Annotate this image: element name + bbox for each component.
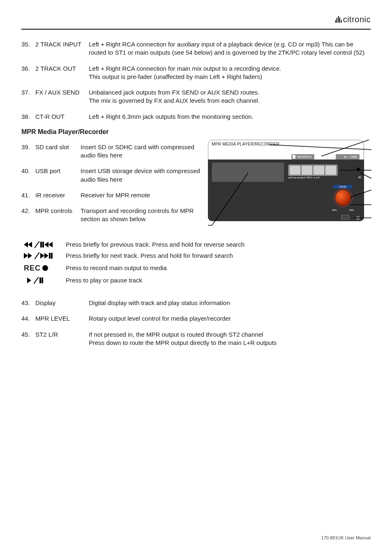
item-41: 41. IR receiver Receiver for MPR remote — [21, 191, 202, 199]
item-42: 42. MPR controls Transport and recording… — [21, 207, 202, 224]
panel-lower: ◂◂/II◂◂ ▸▸/▸▸II REC ● ▸/II IR LEVEL MINM… — [208, 160, 364, 221]
item-39: 39. SD card slot Insert SD or SDHC card … — [21, 143, 202, 160]
sd-slot-label: SD/SDHC — [291, 154, 314, 160]
item-37: 37. FX / AUX SEND Unbalanced jack output… — [21, 88, 371, 105]
legend-rec: REC Press to record main output to media — [21, 263, 371, 274]
item-45: 45. ST2 L/R If not pressed in, the MPR o… — [21, 331, 371, 347]
left-items: 39. SD card slot Insert SD or SDHC card … — [21, 143, 202, 224]
usb-port-label: ●← USB — [336, 154, 360, 160]
btn-play — [325, 166, 336, 175]
two-column-section: 39. SD card slot Insert SD or SDHC card … — [21, 143, 371, 224]
min-max: MINMAx — [332, 209, 354, 211]
top-item-list: 35. 2 TRACK INPUT Left + Right RCA conne… — [21, 40, 371, 121]
panel-title: MPR MEDIA PLAYER/RECORDER — [212, 142, 279, 146]
item-40: 40. USB port Insert USB storage device w… — [21, 167, 202, 184]
item-43: 43. Display Digital display with track a… — [21, 299, 371, 307]
ir-receiver-icon — [357, 168, 360, 171]
btn-rec — [314, 166, 324, 175]
btn-labels: ◂◂/II◂◂ ▸▸/▸▸II REC ● ▸/II — [288, 176, 320, 179]
transport-legend: Press briefly for previous track. Press … — [21, 240, 371, 285]
footer-text: 170.881UK User Manual — [321, 535, 371, 540]
panel-upper: MPR MEDIA PLAYER/RECORDER SD/SDHC ●← USB — [208, 140, 364, 162]
legend-prev: Press briefly for previous track. Press … — [21, 240, 371, 250]
brand-text: citronic — [343, 15, 371, 24]
btn-prev — [290, 166, 300, 175]
transport-buttons — [288, 164, 338, 176]
route-switch — [341, 215, 349, 220]
logo-bars-icon — [335, 16, 342, 23]
btn-next — [302, 166, 312, 175]
level-label: LEVEL — [333, 185, 353, 188]
section-title: MPR Media Player/Recorder — [21, 128, 371, 136]
level-knob — [335, 190, 351, 206]
brand-logo: citronic — [335, 15, 371, 24]
item-44: 44. MPR LEVEL Rotary output level contro… — [21, 314, 371, 323]
legend-next: Press briefly for next track. Press and … — [21, 251, 371, 261]
item-36: 36. 2 TRACK OUT Left + Right RCA connect… — [21, 65, 371, 81]
next-track-icon — [21, 253, 66, 259]
legend-play: Press to play or pause track — [21, 276, 371, 285]
lcd-display — [212, 163, 284, 182]
header-divider — [21, 29, 371, 30]
bottom-item-list: 43. Display Digital display with track a… — [21, 299, 371, 347]
mpr-diagram: MPR MEDIA PLAYER/RECORDER SD/SDHC ●← USB… — [208, 140, 392, 221]
record-icon: REC — [21, 263, 66, 274]
item-35: 35. 2 TRACK INPUT Left + Right RCA conne… — [21, 40, 371, 57]
ir-label: IR — [358, 176, 361, 179]
header: citronic — [21, 14, 371, 25]
route-st2-lr: ST2L/R — [356, 216, 360, 220]
play-pause-icon — [21, 278, 66, 283]
item-38: 38. CT-R OUT Left + Right 6.3mm jack out… — [21, 113, 371, 121]
prev-track-icon — [21, 242, 66, 247]
